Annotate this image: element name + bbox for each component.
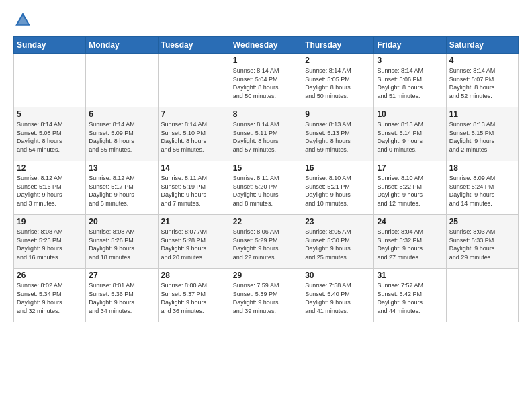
day-info: Sunrise: 8:09 AM Sunset: 5:24 PM Dayligh… xyxy=(449,174,515,208)
day-number: 28 xyxy=(161,271,227,280)
day-number: 3 xyxy=(377,56,443,65)
day-info: Sunrise: 8:14 AM Sunset: 5:07 PM Dayligh… xyxy=(449,66,515,100)
calendar-week-4: 26Sunrise: 8:02 AM Sunset: 5:34 PM Dayli… xyxy=(14,269,519,322)
calendar-cell: 1Sunrise: 8:14 AM Sunset: 5:04 PM Daylig… xyxy=(230,54,302,107)
calendar-cell: 6Sunrise: 8:14 AM Sunset: 5:09 PM Daylig… xyxy=(86,107,158,161)
day-number: 12 xyxy=(17,163,83,173)
page: SundayMondayTuesdayWednesdayThursdayFrid… xyxy=(0,0,532,411)
calendar-cell xyxy=(446,269,518,322)
day-info: Sunrise: 8:04 AM Sunset: 5:32 PM Dayligh… xyxy=(377,228,443,261)
calendar-cell: 7Sunrise: 8:14 AM Sunset: 5:10 PM Daylig… xyxy=(158,107,230,161)
day-number: 30 xyxy=(305,271,371,280)
calendar-week-2: 12Sunrise: 8:12 AM Sunset: 5:16 PM Dayli… xyxy=(14,161,519,215)
day-info: Sunrise: 8:13 AM Sunset: 5:13 PM Dayligh… xyxy=(305,120,371,154)
day-number: 29 xyxy=(233,271,299,280)
calendar-cell: 16Sunrise: 8:10 AM Sunset: 5:21 PM Dayli… xyxy=(302,161,374,215)
calendar-cell: 31Sunrise: 7:57 AM Sunset: 5:42 PM Dayli… xyxy=(374,269,446,322)
day-info: Sunrise: 8:14 AM Sunset: 5:09 PM Dayligh… xyxy=(89,120,154,154)
day-info: Sunrise: 8:08 AM Sunset: 5:25 PM Dayligh… xyxy=(17,228,83,261)
calendar-table: SundayMondayTuesdayWednesdayThursdayFrid… xyxy=(13,36,519,322)
calendar-cell: 23Sunrise: 8:05 AM Sunset: 5:30 PM Dayli… xyxy=(302,215,374,269)
day-info: Sunrise: 8:10 AM Sunset: 5:21 PM Dayligh… xyxy=(305,174,371,208)
day-number: 22 xyxy=(233,217,299,226)
day-info: Sunrise: 8:06 AM Sunset: 5:29 PM Dayligh… xyxy=(233,228,299,261)
day-number: 8 xyxy=(233,109,299,119)
header xyxy=(13,11,519,30)
calendar-header-saturday: Saturday xyxy=(446,37,518,54)
calendar-cell: 15Sunrise: 8:11 AM Sunset: 5:20 PM Dayli… xyxy=(230,161,302,215)
calendar-week-3: 19Sunrise: 8:08 AM Sunset: 5:25 PM Dayli… xyxy=(14,215,519,269)
calendar-cell: 30Sunrise: 7:58 AM Sunset: 5:40 PM Dayli… xyxy=(302,269,374,322)
day-number: 1 xyxy=(233,56,299,65)
calendar-cell: 17Sunrise: 8:10 AM Sunset: 5:22 PM Dayli… xyxy=(374,161,446,215)
calendar-header-wednesday: Wednesday xyxy=(230,37,302,54)
calendar-week-0: 1Sunrise: 8:14 AM Sunset: 5:04 PM Daylig… xyxy=(14,54,519,107)
day-number: 2 xyxy=(305,56,371,65)
calendar-cell: 28Sunrise: 8:00 AM Sunset: 5:37 PM Dayli… xyxy=(158,269,230,322)
day-number: 27 xyxy=(89,271,154,280)
day-number: 25 xyxy=(449,217,515,226)
day-info: Sunrise: 8:03 AM Sunset: 5:33 PM Dayligh… xyxy=(449,228,515,261)
day-info: Sunrise: 7:57 AM Sunset: 5:42 PM Dayligh… xyxy=(377,281,443,315)
day-info: Sunrise: 8:12 AM Sunset: 5:16 PM Dayligh… xyxy=(17,174,83,208)
day-info: Sunrise: 8:14 AM Sunset: 5:11 PM Dayligh… xyxy=(233,120,299,154)
day-number: 7 xyxy=(161,109,227,119)
calendar-cell: 24Sunrise: 8:04 AM Sunset: 5:32 PM Dayli… xyxy=(374,215,446,269)
day-number: 14 xyxy=(161,163,227,173)
day-info: Sunrise: 8:08 AM Sunset: 5:26 PM Dayligh… xyxy=(89,228,154,261)
day-info: Sunrise: 7:58 AM Sunset: 5:40 PM Dayligh… xyxy=(305,281,371,315)
day-info: Sunrise: 8:07 AM Sunset: 5:28 PM Dayligh… xyxy=(161,228,227,261)
day-number: 20 xyxy=(89,217,154,226)
calendar-cell: 25Sunrise: 8:03 AM Sunset: 5:33 PM Dayli… xyxy=(446,215,518,269)
day-info: Sunrise: 8:14 AM Sunset: 5:10 PM Dayligh… xyxy=(161,120,227,154)
calendar-cell: 12Sunrise: 8:12 AM Sunset: 5:16 PM Dayli… xyxy=(14,161,86,215)
calendar-header-friday: Friday xyxy=(374,37,446,54)
calendar-cell: 13Sunrise: 8:12 AM Sunset: 5:17 PM Dayli… xyxy=(86,161,158,215)
calendar-week-1: 5Sunrise: 8:14 AM Sunset: 5:08 PM Daylig… xyxy=(14,107,519,161)
calendar-cell: 11Sunrise: 8:13 AM Sunset: 5:15 PM Dayli… xyxy=(446,107,518,161)
calendar-cell: 8Sunrise: 8:14 AM Sunset: 5:11 PM Daylig… xyxy=(230,107,302,161)
day-number: 21 xyxy=(161,217,227,226)
day-number: 4 xyxy=(449,56,515,65)
day-info: Sunrise: 8:01 AM Sunset: 5:36 PM Dayligh… xyxy=(89,281,154,315)
day-info: Sunrise: 8:00 AM Sunset: 5:37 PM Dayligh… xyxy=(161,281,227,315)
day-number: 11 xyxy=(449,109,515,119)
logo-icon xyxy=(13,11,32,30)
day-info: Sunrise: 8:10 AM Sunset: 5:22 PM Dayligh… xyxy=(377,174,443,208)
calendar-header-sunday: Sunday xyxy=(14,37,86,54)
day-info: Sunrise: 8:14 AM Sunset: 5:05 PM Dayligh… xyxy=(305,66,371,100)
calendar-cell: 18Sunrise: 8:09 AM Sunset: 5:24 PM Dayli… xyxy=(446,161,518,215)
calendar-cell: 4Sunrise: 8:14 AM Sunset: 5:07 PM Daylig… xyxy=(446,54,518,107)
day-number: 10 xyxy=(377,109,443,119)
day-info: Sunrise: 8:05 AM Sunset: 5:30 PM Dayligh… xyxy=(305,228,371,261)
day-info: Sunrise: 8:14 AM Sunset: 5:04 PM Dayligh… xyxy=(233,66,299,100)
day-info: Sunrise: 8:13 AM Sunset: 5:14 PM Dayligh… xyxy=(377,120,443,154)
day-info: Sunrise: 8:12 AM Sunset: 5:17 PM Dayligh… xyxy=(89,174,154,208)
day-info: Sunrise: 8:02 AM Sunset: 5:34 PM Dayligh… xyxy=(17,281,83,315)
calendar-cell: 19Sunrise: 8:08 AM Sunset: 5:25 PM Dayli… xyxy=(14,215,86,269)
calendar-cell: 21Sunrise: 8:07 AM Sunset: 5:28 PM Dayli… xyxy=(158,215,230,269)
calendar-cell: 20Sunrise: 8:08 AM Sunset: 5:26 PM Dayli… xyxy=(86,215,158,269)
calendar-cell: 27Sunrise: 8:01 AM Sunset: 5:36 PM Dayli… xyxy=(86,269,158,322)
calendar-cell xyxy=(14,54,86,107)
calendar-cell xyxy=(158,54,230,107)
day-number: 18 xyxy=(449,163,515,173)
day-info: Sunrise: 8:14 AM Sunset: 5:06 PM Dayligh… xyxy=(377,66,443,100)
day-number: 19 xyxy=(17,217,83,226)
day-number: 5 xyxy=(17,109,83,119)
day-number: 26 xyxy=(17,271,83,280)
day-number: 9 xyxy=(305,109,371,119)
day-number: 24 xyxy=(377,217,443,226)
calendar-cell: 10Sunrise: 8:13 AM Sunset: 5:14 PM Dayli… xyxy=(374,107,446,161)
day-info: Sunrise: 7:59 AM Sunset: 5:39 PM Dayligh… xyxy=(233,281,299,315)
calendar-cell: 9Sunrise: 8:13 AM Sunset: 5:13 PM Daylig… xyxy=(302,107,374,161)
calendar-cell: 26Sunrise: 8:02 AM Sunset: 5:34 PM Dayli… xyxy=(14,269,86,322)
day-info: Sunrise: 8:13 AM Sunset: 5:15 PM Dayligh… xyxy=(449,120,515,154)
calendar-header-monday: Monday xyxy=(86,37,158,54)
calendar-cell xyxy=(86,54,158,107)
calendar-header-tuesday: Tuesday xyxy=(158,37,230,54)
day-info: Sunrise: 8:14 AM Sunset: 5:08 PM Dayligh… xyxy=(17,120,83,154)
day-number: 16 xyxy=(305,163,371,173)
day-info: Sunrise: 8:11 AM Sunset: 5:19 PM Dayligh… xyxy=(161,174,227,208)
day-number: 23 xyxy=(305,217,371,226)
